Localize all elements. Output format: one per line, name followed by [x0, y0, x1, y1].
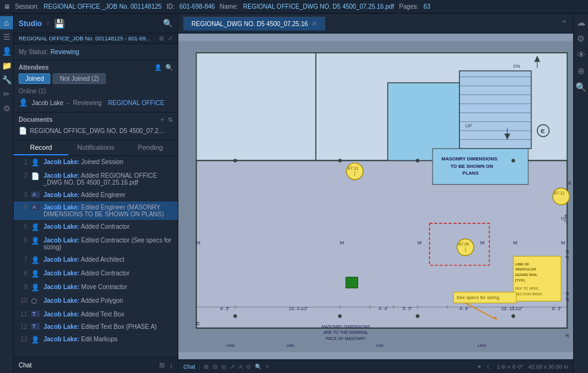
tool-target[interactable]: ⊙: [246, 364, 251, 370]
activity-content: Jacob Lake: Added REGIONAL OFFICE _DWG N…: [44, 172, 173, 186]
activity-action: Move Contractor: [81, 283, 127, 290]
filter-icon[interactable]: ⊞: [159, 361, 165, 369]
activity-item: 6 👤 Jacob Lake: Edited Contractor (See s…: [14, 234, 178, 254]
activity-item: 5 👤 Jacob Lake: Added Contractor: [14, 221, 178, 234]
activity-item: 10 ⬡ Jacob Lake: Added Polygon: [14, 295, 178, 308]
zoom-in-icon[interactable]: ⊕: [576, 65, 586, 77]
activity-icon-geo: ⬡: [31, 297, 40, 305]
activity-action: Added Engineer: [81, 191, 126, 198]
tools-icon[interactable]: 🔧: [0, 73, 13, 86]
activity-content: Jacob Lake: Edit Markups: [44, 336, 173, 343]
activity-item: 12 T Jacob Lake: Edited Text Box (PHASE …: [14, 321, 178, 333]
drawing-area[interactable]: DN UP E MASONRY DIMENSIONS TO BE SHOWN O…: [178, 34, 573, 359]
tool-grid[interactable]: ⊞: [204, 364, 209, 370]
svg-text:145G: 145G: [477, 344, 487, 348]
status-bar: My Status: Reviewing: [14, 44, 178, 60]
tool-circle[interactable]: ◎: [221, 364, 226, 370]
activity-content: Jacob Lake: Added Text Box: [44, 311, 173, 318]
activity-icon-person: 👤: [31, 256, 40, 264]
activity-name: Jacob Lake:: [44, 270, 80, 277]
document-tab[interactable]: REGIONAL_DWG NO. D5 4500_07.25.16 ✕: [183, 17, 325, 30]
doc-sort-icon[interactable]: ⇅: [168, 116, 173, 123]
activity-item: 7 👤 Jacob Lake: Added Architect: [14, 254, 178, 267]
toolbar-icon-search[interactable]: 🔍: [163, 19, 173, 28]
settings-icon[interactable]: ⚙: [0, 102, 13, 115]
svg-text:DN: DN: [513, 63, 520, 69]
toolbar-layout-icon[interactable]: ⊞: [159, 35, 164, 42]
activity-item: 2 📄 Jacob Lake: Added REGIONAL OFFICE _D…: [14, 170, 178, 189]
tool-sep1: |: [199, 364, 200, 370]
coords-label: 42.00 x 30.00 in: [528, 364, 568, 370]
cloud-icon[interactable]: ☁: [576, 16, 587, 29]
toolbar-icon-save[interactable]: 💾: [54, 19, 65, 29]
pages-value: 63: [423, 3, 430, 10]
toolbar-expand-icon[interactable]: ⤢: [168, 35, 173, 42]
tool-zoom[interactable]: +: [265, 364, 269, 370]
status-label: My Status:: [19, 48, 48, 55]
edit-icon[interactable]: ✏: [0, 88, 13, 101]
activity-tabs: Record Notifications Pending: [14, 140, 178, 156]
drawing-status: Chat | ⊞ ⊟ ◎ ↗ A ⊙ 🔍 + ☀ ☾ 1 in = 6'-0" …: [178, 359, 573, 373]
users-icon[interactable]: 👤: [0, 45, 13, 58]
tab-record[interactable]: Record: [14, 140, 68, 155]
doc-row: 📄 REGIONAL OFFICE_DWG NO. D5 4500_07.2..…: [19, 126, 173, 136]
moon-icon: ☾: [487, 364, 492, 370]
activity-content: Jacob Lake: Added Contractor: [44, 223, 173, 230]
status-value: Reviewing: [50, 48, 79, 55]
attendees-title: Attendees: [19, 64, 48, 71]
tab-notifications[interactable]: Notifications: [68, 140, 123, 155]
sun-icon: ☀: [477, 364, 482, 370]
activity-num: 3: [19, 191, 27, 198]
activity-icon-person: 👤: [31, 270, 40, 278]
svg-text:See specs for sizing: See specs for sizing: [456, 295, 499, 300]
chat-tab[interactable]: Chat: [19, 362, 32, 369]
svg-text:SECTION 05524: SECTION 05524: [515, 292, 543, 296]
svg-text:M: M: [340, 240, 344, 246]
tool-search[interactable]: 🔍: [255, 364, 262, 370]
home-icon[interactable]: ⌂: [0, 16, 13, 29]
svg-text:VEHICULAR: VEHICULAR: [515, 267, 536, 271]
svg-text:4'- 1": 4'- 1": [564, 214, 568, 224]
tool-text[interactable]: A: [239, 364, 242, 370]
svg-text:GUARD RAIL: GUARD RAIL: [515, 273, 538, 277]
svg-rect-2: [196, 53, 316, 160]
session-value: REGIONAL OFFICE _JOB No. 001148125: [44, 3, 162, 10]
attendee-status: -: [67, 99, 69, 106]
sidebar: Studio ∨ 💾 🔍 REGIONAL OFFICE_JOB No. 001…: [14, 14, 178, 373]
tab-pending[interactable]: Pending: [123, 140, 178, 155]
scroll-icon[interactable]: ↕: [170, 362, 173, 369]
attendee-name: Jacob Lake: [32, 99, 63, 106]
eye-icon[interactable]: 👁: [576, 48, 587, 61]
activity-name: Jacob Lake:: [44, 283, 80, 290]
activity-name: Jacob Lake:: [44, 297, 80, 304]
activity-item: 4 A Jacob Lake: Edited Engineer (MASONRY…: [14, 201, 178, 221]
tool-layers[interactable]: ⊟: [213, 364, 218, 370]
main-layout: ⌂ ☰ 👤 📁 🔧 ✏ ⚙ Studio ∨ 💾 🔍 REGIONAL OFFI…: [0, 14, 588, 373]
svg-point-86: [338, 159, 342, 162]
layers-icon[interactable]: ☰: [0, 30, 13, 44]
zoom-search-icon[interactable]: 🔍: [574, 81, 587, 93]
tool-chat[interactable]: Chat: [183, 364, 195, 370]
svg-text:E: E: [541, 127, 545, 134]
doc-add-icon[interactable]: +: [160, 116, 164, 123]
tool-arrow[interactable]: ↗: [230, 364, 235, 370]
folder-icon[interactable]: 📁: [0, 59, 13, 72]
attendees-add-icon[interactable]: 👤: [154, 64, 162, 71]
tab-joined[interactable]: Joined: [19, 73, 50, 84]
activity-item: 11 T Jacob Lake: Added Text Box: [14, 308, 178, 321]
right-icon-bar: ☁ ⚙ 👁 ⊕ 🔍: [573, 14, 588, 373]
svg-text:M: M: [480, 240, 484, 246]
svg-text:8: 8: [568, 180, 571, 186]
doc-name[interactable]: REGIONAL OFFICE_DWG NO. D5 4500_07.2...: [30, 127, 163, 134]
activity-num: 9: [19, 283, 27, 290]
activity-item: 1 👤 Jacob Lake: Joined Session: [14, 156, 178, 170]
attendees-search-icon[interactable]: 🔍: [165, 64, 173, 71]
tab-not-joined[interactable]: Not Joined (2): [53, 73, 106, 84]
svg-text:A7.11: A7.11: [554, 191, 565, 195]
drawing-expand-icon[interactable]: ⌃: [561, 19, 568, 29]
activity-name: Jacob Lake:: [44, 172, 80, 179]
close-tab-icon[interactable]: ✕: [311, 20, 317, 28]
activity-num: 4: [19, 204, 27, 211]
top-bar: 🖥 Session: REGIONAL OFFICE _JOB No. 0011…: [0, 0, 588, 14]
settings-right-icon[interactable]: ⚙: [576, 32, 586, 45]
